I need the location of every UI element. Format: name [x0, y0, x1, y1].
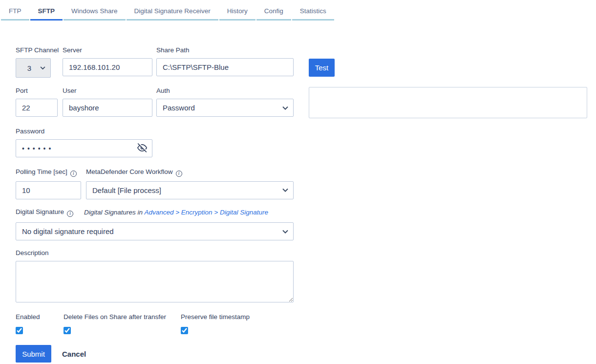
description-field: Description	[16, 249, 294, 304]
test-button[interactable]: Test	[309, 59, 335, 77]
toggle-password-visibility-button[interactable]	[136, 142, 148, 155]
delete-files-checkbox[interactable]	[64, 327, 71, 334]
share-path-field: Share Path	[156, 46, 294, 76]
info-icon: i	[67, 211, 73, 217]
digital-signature-note: Digital Signatures in Advanced > Encrypt…	[84, 209, 268, 216]
share-path-input[interactable]	[156, 58, 294, 76]
port-label: Port	[16, 87, 58, 94]
sftp-config-page: FTP SFTP Windows Share Digital Signature…	[0, 0, 596, 364]
enabled-checkbox-label: Enabled	[16, 313, 40, 321]
digital-signature-field: No digital signature required	[16, 222, 294, 240]
tab-ftp[interactable]: FTP	[1, 2, 29, 21]
digital-signature-label-text: Digital Signature	[16, 208, 64, 215]
auth-label: Auth	[156, 87, 294, 94]
digital-signature-note-prefix: Digital Signatures in	[84, 209, 144, 216]
polling-time-label-text: Polling Time [sec]	[16, 168, 67, 175]
enabled-checkbox[interactable]	[16, 327, 23, 334]
form-actions: Submit Cancel	[16, 345, 86, 363]
sftp-channel-label: SFTP Channel	[16, 46, 51, 54]
polling-time-label: Polling Time [sec]i	[16, 168, 81, 177]
cancel-button[interactable]: Cancel	[62, 350, 86, 358]
tab-statistics[interactable]: Statistics	[292, 2, 334, 21]
preserve-timestamp-checkbox[interactable]	[181, 327, 188, 334]
tab-config[interactable]: Config	[256, 2, 291, 21]
tab-bar: FTP SFTP Windows Share Digital Signature…	[1, 2, 335, 21]
tab-windows-share[interactable]: Windows Share	[64, 2, 126, 21]
auth-select[interactable]: Password	[156, 99, 294, 117]
auth-field: Auth Password	[156, 87, 294, 117]
digital-signature-select[interactable]: No digital signature required	[16, 222, 294, 240]
password-input[interactable]	[16, 139, 152, 157]
user-label: User	[63, 87, 152, 94]
digital-signature-label-row: Digital Signaturei Digital Signatures in…	[16, 208, 268, 217]
password-label: Password	[16, 128, 152, 135]
preserve-timestamp-checkbox-label: Preserve file timestamp	[181, 313, 250, 321]
workflow-label: MetaDefender Core Workflowi	[86, 168, 294, 177]
preserve-timestamp-checkbox-group: Preserve file timestamp	[181, 313, 250, 334]
server-field: Server	[63, 46, 152, 76]
sftp-channel-select[interactable]: 3	[16, 58, 51, 78]
enabled-checkbox-group: Enabled	[16, 313, 40, 334]
eye-off-icon	[137, 143, 147, 154]
user-input[interactable]	[63, 99, 152, 117]
workflow-select[interactable]: Default [File process]	[86, 181, 294, 199]
polling-time-input[interactable]	[16, 181, 81, 199]
password-field: Password	[16, 128, 152, 157]
port-input[interactable]	[16, 99, 58, 117]
digital-signature-label: Digital Signaturei	[16, 208, 73, 217]
tab-sftp[interactable]: SFTP	[30, 2, 63, 21]
description-label: Description	[16, 249, 294, 257]
workflow-field: MetaDefender Core Workflowi Default [Fil…	[86, 168, 294, 199]
user-field: User	[63, 87, 152, 117]
server-label: Server	[63, 46, 152, 54]
port-field: Port	[16, 87, 58, 117]
digital-signature-settings-link[interactable]: Advanced > Encryption > Digital Signatur…	[144, 209, 268, 216]
sftp-channel-field: SFTP Channel 3	[16, 46, 51, 78]
delete-files-checkbox-group: Delete Files on Share after transfer	[64, 313, 166, 334]
info-icon: i	[176, 171, 182, 177]
server-input[interactable]	[63, 58, 152, 76]
description-textarea[interactable]	[16, 261, 294, 302]
tab-digital-signature-receiver[interactable]: Digital Signature Receiver	[127, 2, 218, 21]
test-result-box	[309, 87, 587, 118]
info-icon: i	[70, 171, 77, 177]
tab-history[interactable]: History	[219, 2, 255, 21]
polling-time-field: Polling Time [sec]i	[16, 168, 81, 199]
delete-files-checkbox-label: Delete Files on Share after transfer	[64, 313, 166, 321]
share-path-label: Share Path	[156, 46, 294, 54]
submit-button[interactable]: Submit	[16, 345, 51, 363]
workflow-label-text: MetaDefender Core Workflow	[86, 168, 173, 175]
